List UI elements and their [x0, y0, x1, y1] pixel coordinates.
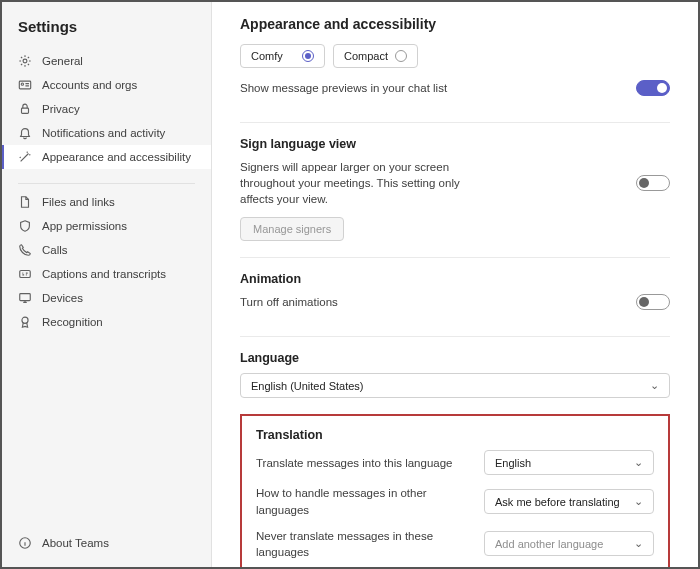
- chevron-down-icon: ⌄: [634, 456, 643, 469]
- translate-into-row: Translate messages into this language En…: [256, 450, 654, 475]
- svg-rect-3: [22, 108, 29, 113]
- page-title: Appearance and accessibility: [240, 16, 670, 32]
- info-icon: [18, 536, 32, 550]
- previews-toggle[interactable]: [636, 80, 670, 96]
- sidebar-item-devices[interactable]: Devices: [2, 286, 211, 310]
- sidebar-item-general[interactable]: General: [2, 49, 211, 73]
- monitor-icon: [18, 291, 32, 305]
- sidebar-footer: About Teams: [2, 531, 211, 555]
- phone-icon: [18, 243, 32, 257]
- handle-messages-label: How to handle messages in other language…: [256, 485, 468, 517]
- svg-rect-4: [20, 271, 31, 278]
- select-placeholder: Add another language: [495, 538, 603, 550]
- sidebar-divider: [18, 183, 195, 184]
- animation-toggle[interactable]: [636, 294, 670, 310]
- sidebar-item-notifications[interactable]: Notifications and activity: [2, 121, 211, 145]
- sidebar-item-appearance[interactable]: Appearance and accessibility: [2, 145, 211, 169]
- radio-circle-icon: [395, 50, 407, 62]
- radio-label: Compact: [344, 50, 388, 62]
- sidebar-item-label: Devices: [42, 292, 83, 304]
- gear-icon: [18, 54, 32, 68]
- sidebar-item-calls[interactable]: Calls: [2, 238, 211, 262]
- previews-label: Show message previews in your chat list: [240, 80, 447, 96]
- density-section: Comfy Compact Show message previews in y…: [240, 44, 670, 123]
- settings-window: Settings General Accounts and orgs Priva…: [0, 0, 700, 569]
- sidebar-item-captions[interactable]: Captions and transcripts: [2, 262, 211, 286]
- translation-heading: Translation: [256, 428, 654, 442]
- animation-row: Turn off animations: [240, 294, 670, 310]
- sidebar-item-accounts[interactable]: Accounts and orgs: [2, 73, 211, 97]
- language-section: Language English (United States) ⌄: [240, 351, 670, 406]
- translation-section: Translation Translate messages into this…: [240, 414, 670, 567]
- sidebar-group-2: Files and links App permissions Calls Ca…: [2, 190, 211, 334]
- sidebar-group-1: General Accounts and orgs Privacy Notifi…: [2, 49, 211, 169]
- sidebar: Settings General Accounts and orgs Priva…: [2, 2, 212, 567]
- sidebar-item-label: Recognition: [42, 316, 103, 328]
- handle-messages-row: How to handle messages in other language…: [256, 485, 654, 517]
- svg-point-0: [23, 59, 27, 63]
- sign-language-desc: Signers will appear larger on your scree…: [240, 159, 480, 207]
- translate-into-label: Translate messages into this language: [256, 455, 452, 471]
- sidebar-item-about[interactable]: About Teams: [2, 531, 211, 555]
- sidebar-item-label: Accounts and orgs: [42, 79, 137, 91]
- translate-into-select[interactable]: English ⌄: [484, 450, 654, 475]
- sidebar-item-privacy[interactable]: Privacy: [2, 97, 211, 121]
- never-translate-select[interactable]: Add another language ⌄: [484, 531, 654, 556]
- radio-label: Comfy: [251, 50, 283, 62]
- select-value: English: [495, 457, 531, 469]
- language-select[interactable]: English (United States) ⌄: [240, 373, 670, 398]
- density-comfy-radio[interactable]: Comfy: [240, 44, 325, 68]
- select-value: Ask me before translating: [495, 496, 620, 508]
- svg-point-6: [22, 317, 28, 323]
- sidebar-item-recognition[interactable]: Recognition: [2, 310, 211, 334]
- sidebar-item-label: Appearance and accessibility: [42, 151, 191, 163]
- settings-title: Settings: [2, 14, 211, 49]
- sidebar-item-label: App permissions: [42, 220, 127, 232]
- language-heading: Language: [240, 351, 670, 365]
- sidebar-item-label: Notifications and activity: [42, 127, 165, 139]
- density-compact-radio[interactable]: Compact: [333, 44, 418, 68]
- sign-language-toggle[interactable]: [636, 175, 670, 191]
- never-translate-row: Never translate messages in these langua…: [256, 528, 654, 560]
- animation-label: Turn off animations: [240, 294, 338, 310]
- sign-language-row: Signers will appear larger on your scree…: [240, 159, 670, 207]
- never-translate-label: Never translate messages in these langua…: [256, 528, 468, 560]
- handle-messages-select[interactable]: Ask me before translating ⌄: [484, 489, 654, 514]
- sidebar-item-label: Files and links: [42, 196, 115, 208]
- sign-language-section: Sign language view Signers will appear l…: [240, 137, 670, 258]
- chevron-down-icon: ⌄: [650, 379, 659, 392]
- lock-icon: [18, 102, 32, 116]
- bell-icon: [18, 126, 32, 140]
- radio-circle-icon: [302, 50, 314, 62]
- main-panel: Appearance and accessibility Comfy Compa…: [212, 2, 698, 567]
- sidebar-item-files[interactable]: Files and links: [2, 190, 211, 214]
- density-radio-group: Comfy Compact: [240, 44, 670, 68]
- shield-icon: [18, 219, 32, 233]
- svg-point-2: [21, 83, 23, 85]
- animation-section: Animation Turn off animations: [240, 272, 670, 337]
- previews-row: Show message previews in your chat list: [240, 80, 670, 96]
- badge-icon: [18, 315, 32, 329]
- animation-heading: Animation: [240, 272, 670, 286]
- manage-signers-button[interactable]: Manage signers: [240, 217, 344, 241]
- chevron-down-icon: ⌄: [634, 495, 643, 508]
- language-value: English (United States): [251, 380, 364, 392]
- sidebar-item-label: Calls: [42, 244, 68, 256]
- captions-icon: [18, 267, 32, 281]
- wand-icon: [18, 150, 32, 164]
- sidebar-item-label: Captions and transcripts: [42, 268, 166, 280]
- sidebar-item-label: General: [42, 55, 83, 67]
- sidebar-item-label: About Teams: [42, 537, 109, 549]
- id-card-icon: [18, 78, 32, 92]
- sign-language-heading: Sign language view: [240, 137, 670, 151]
- sidebar-item-app-permissions[interactable]: App permissions: [2, 214, 211, 238]
- file-icon: [18, 195, 32, 209]
- chevron-down-icon: ⌄: [634, 537, 643, 550]
- svg-rect-5: [20, 294, 31, 301]
- sidebar-item-label: Privacy: [42, 103, 80, 115]
